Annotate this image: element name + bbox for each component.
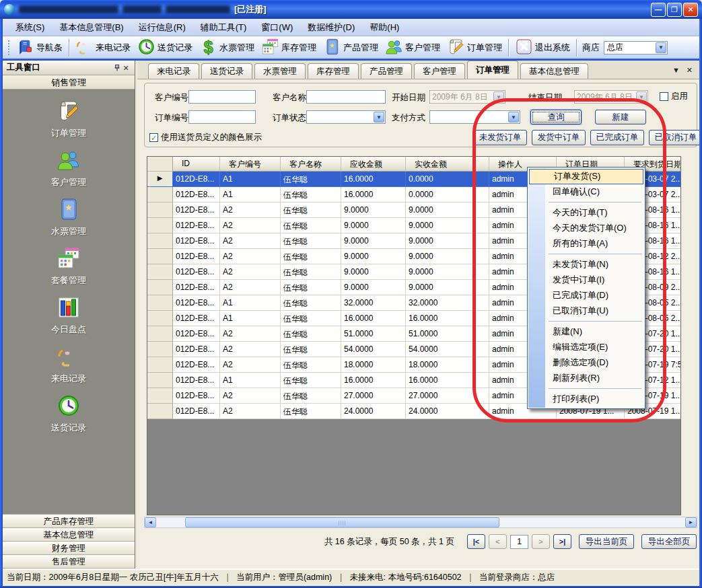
tab-close-icon[interactable]: ✕ bbox=[687, 66, 693, 75]
context-menu-item[interactable]: 发货中订单(I) bbox=[528, 272, 644, 288]
toolbar-product-button[interactable]: 产品管理 bbox=[320, 37, 382, 59]
row-selector-cell[interactable] bbox=[147, 404, 173, 419]
context-menu-item[interactable]: 所有的订单(A) bbox=[528, 236, 644, 252]
tab-basic-info[interactable]: 基本信息管理 bbox=[520, 63, 588, 79]
sidebar-item-order-mgmt[interactable]: 订单管理 bbox=[51, 99, 86, 139]
order-status-select[interactable]: ▼ bbox=[306, 110, 386, 124]
context-menu-item[interactable]: 编辑选定项(E) bbox=[528, 340, 644, 355]
column-header-received[interactable]: 实收金额 bbox=[406, 157, 489, 172]
sidebar-item-call-records[interactable]: 来电记录 bbox=[51, 344, 86, 385]
completed-orders-button[interactable]: 已完成订单 bbox=[590, 130, 644, 145]
toolbar-navigator-button[interactable]: 导航条 bbox=[13, 37, 66, 59]
sidebar-section-finance[interactable]: 财务管理 bbox=[3, 542, 135, 555]
row-selector-cell[interactable] bbox=[147, 311, 173, 326]
context-menu-item[interactable]: 打印列表(P) bbox=[528, 392, 644, 407]
row-selector-cell[interactable] bbox=[147, 388, 173, 404]
chevron-down-icon[interactable]: ▼ bbox=[636, 91, 647, 102]
context-menu-item[interactable]: 已取消订单(U) bbox=[528, 303, 644, 319]
sidebar-item-delivery-records[interactable]: 送货记录 bbox=[51, 394, 86, 434]
context-menu-item[interactable]: 订单发货(S) bbox=[529, 169, 643, 184]
pin-icon[interactable] bbox=[113, 64, 121, 72]
row-selector-cell[interactable] bbox=[147, 373, 173, 388]
column-header-id[interactable]: ID bbox=[173, 157, 220, 172]
tab-product[interactable]: 产品管理 bbox=[361, 63, 412, 79]
row-selector-cell[interactable] bbox=[147, 264, 173, 280]
toolbar-inventory-button[interactable]: 库存管理 bbox=[258, 37, 320, 59]
sidebar-section-sales[interactable]: 销售管理 bbox=[3, 75, 135, 89]
page-number-input[interactable] bbox=[510, 535, 528, 549]
row-selector-cell[interactable] bbox=[147, 342, 173, 357]
delivery-color-checkbox[interactable]: ✓ 使用送货员定义的颜色展示 bbox=[149, 132, 262, 143]
sidebar-item-combo-mgmt[interactable]: 套餐管理 bbox=[51, 246, 86, 287]
menu-window[interactable]: 窗口(W) bbox=[254, 20, 300, 36]
horizontal-scrollbar[interactable]: ◄ ► bbox=[144, 517, 697, 528]
context-menu-item[interactable]: 未发货订单(N) bbox=[528, 257, 644, 272]
row-selector-cell[interactable] bbox=[147, 218, 173, 233]
row-selector-cell[interactable] bbox=[147, 203, 173, 218]
chevron-down-icon[interactable]: ▼ bbox=[508, 112, 519, 122]
column-header-customer-name[interactable]: 客户名称 bbox=[281, 157, 341, 172]
column-header-customer-no[interactable]: 客户编号 bbox=[220, 157, 281, 172]
row-selector-cell[interactable] bbox=[147, 187, 173, 203]
tab-water-ticket[interactable]: 水票管理 bbox=[254, 63, 306, 79]
context-menu-item[interactable]: 刷新列表(R) bbox=[528, 371, 644, 386]
menu-run-info[interactable]: 运行信息(R) bbox=[131, 20, 193, 36]
scroll-right-icon[interactable]: ► bbox=[685, 517, 697, 527]
customer-name-input[interactable] bbox=[306, 90, 386, 104]
sidebar-section-product-inventory[interactable]: 产品库存管理 bbox=[3, 515, 135, 528]
customer-no-input[interactable] bbox=[188, 90, 256, 104]
tab-inventory[interactable]: 库存管理 bbox=[308, 63, 359, 79]
toolbar-exit-button[interactable]: 退出系统 bbox=[512, 37, 573, 59]
sidebar-section-basic-info[interactable]: 基本信息管理 bbox=[3, 528, 135, 542]
column-header-receivable[interactable]: 应收金额 bbox=[341, 157, 406, 172]
row-selector-cell[interactable]: ▶ bbox=[147, 172, 173, 187]
tab-list-dropdown-icon[interactable]: ▼ bbox=[672, 66, 680, 75]
maximize-button[interactable]: ❐ bbox=[667, 3, 682, 17]
row-selector-cell[interactable] bbox=[147, 295, 173, 311]
tab-customer[interactable]: 客户管理 bbox=[414, 63, 465, 79]
context-menu-item[interactable]: 删除选定项(D) bbox=[528, 355, 644, 371]
row-selector-cell[interactable] bbox=[147, 326, 173, 342]
row-selector-cell[interactable] bbox=[147, 357, 173, 373]
new-button[interactable]: 新建 bbox=[595, 110, 646, 124]
sidebar-item-customer-mgmt[interactable]: 客户管理 bbox=[51, 148, 86, 188]
cancelled-orders-button[interactable]: 已取消订单 bbox=[649, 130, 702, 145]
prev-page-button[interactable]: < bbox=[489, 534, 507, 549]
sidebar-item-water-ticket-mgmt[interactable]: 水票管理 bbox=[51, 197, 86, 237]
row-selector-cell[interactable] bbox=[147, 233, 173, 249]
context-menu-item[interactable]: 新建(N) bbox=[528, 324, 644, 340]
menu-basic-info[interactable]: 基本信息管理(B) bbox=[52, 20, 131, 36]
export-all-pages-button[interactable]: 导出全部页 bbox=[641, 534, 697, 549]
context-menu-item[interactable]: 回单确认(C) bbox=[528, 184, 644, 200]
toolbar-order-button[interactable]: 订单管理 bbox=[444, 37, 505, 59]
tab-delivery-records[interactable]: 送货记录 bbox=[201, 63, 252, 79]
context-menu-item[interactable]: 今天的发货订单(O) bbox=[528, 221, 644, 236]
next-page-button[interactable]: > bbox=[532, 534, 550, 549]
toolbar-call-records-button[interactable]: 来电记录 bbox=[72, 37, 134, 59]
last-page-button[interactable]: >| bbox=[553, 534, 571, 549]
checkbox-box[interactable] bbox=[660, 92, 668, 101]
row-selector-cell[interactable] bbox=[147, 249, 173, 264]
shipping-orders-button[interactable]: 发货中订单 bbox=[532, 130, 586, 145]
menu-system[interactable]: 系统(S) bbox=[8, 20, 52, 36]
minimize-button[interactable]: — bbox=[651, 3, 666, 17]
toolbar-grip[interactable] bbox=[7, 40, 11, 56]
sidebar-section-after-sales[interactable]: 售后管理 bbox=[3, 555, 135, 568]
chevron-down-icon[interactable]: ▼ bbox=[493, 91, 504, 102]
menu-help[interactable]: 帮助(H) bbox=[362, 20, 407, 36]
export-current-page-button[interactable]: 导出当前页 bbox=[579, 534, 634, 549]
scroll-left-icon[interactable]: ◄ bbox=[145, 517, 156, 527]
sidebar-item-today-inventory[interactable]: 今日盘点 bbox=[51, 295, 86, 336]
chevron-down-icon[interactable]: ▼ bbox=[656, 42, 666, 53]
close-panel-icon[interactable]: ✕ bbox=[121, 63, 131, 73]
toolbar-customer-button[interactable]: 客户管理 bbox=[382, 37, 444, 59]
menu-data-maintenance[interactable]: 数据维护(D) bbox=[300, 20, 362, 36]
toolbar-water-ticket-button[interactable]: $水票管理 bbox=[196, 37, 258, 59]
tab-order-mgmt[interactable]: 订单管理 bbox=[467, 61, 518, 79]
row-selector-cell[interactable] bbox=[147, 280, 173, 295]
enable-checkbox[interactable]: 启用 bbox=[660, 91, 688, 102]
close-button[interactable]: ✕ bbox=[683, 3, 698, 17]
toolbar-delivery-records-button[interactable]: 送货记录 bbox=[134, 37, 196, 59]
start-date-picker[interactable]: 2009年 6月 8日▼ bbox=[429, 90, 505, 104]
order-no-input[interactable] bbox=[188, 110, 256, 124]
